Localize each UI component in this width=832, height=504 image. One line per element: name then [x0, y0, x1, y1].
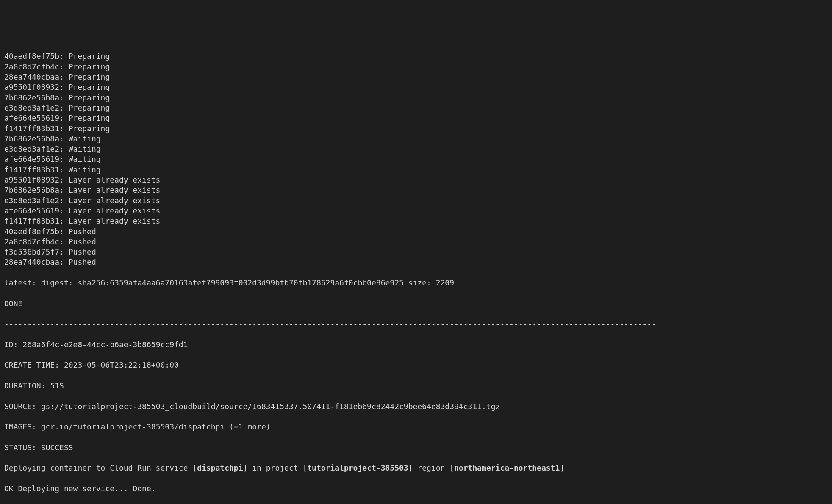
- layer-line: f1417ff83b31: Preparing: [4, 124, 828, 134]
- layer-line: 28ea7440cbaa: Pushed: [4, 257, 828, 267]
- layer-line: 40aedf8ef75b: Preparing: [4, 51, 828, 61]
- layer-line: a95501f08932: Layer already exists: [4, 175, 828, 185]
- build-images-line: IMAGES: gcr.io/tutorialproject-385503/di…: [4, 422, 828, 432]
- layer-line: a95501f08932: Preparing: [4, 82, 828, 92]
- layer-line: f3d536bd75f7: Pushed: [4, 247, 828, 257]
- layer-line: afe664e55619: Preparing: [4, 113, 828, 123]
- layer-line: f1417ff83b31: Layer already exists: [4, 216, 828, 226]
- layer-line: e3d8ed3af1e2: Waiting: [4, 144, 828, 154]
- layer-line: afe664e55619: Waiting: [4, 154, 828, 164]
- step-line-1: OK Deploying new service... Done.: [4, 484, 828, 494]
- layer-line: 28ea7440cbaa: Preparing: [4, 72, 828, 82]
- layer-line: 7b6862e56b8a: Layer already exists: [4, 185, 828, 195]
- build-create-time-line: CREATE_TIME: 2023-05-06T23:22:18+00:00: [4, 360, 828, 370]
- layer-line: 2a8c8d7cfb4c: Pushed: [4, 237, 828, 247]
- build-duration-line: DURATION: 51S: [4, 381, 828, 391]
- deploy-line: Deploying container to Cloud Run service…: [4, 463, 828, 473]
- layer-line: e3d8ed3af1e2: Layer already exists: [4, 196, 828, 206]
- build-status-line: STATUS: SUCCESS: [4, 443, 828, 453]
- layer-line: 7b6862e56b8a: Waiting: [4, 134, 828, 144]
- terminal-output[interactable]: 40aedf8ef75b: Preparing2a8c8d7cfb4c: Pre…: [0, 41, 832, 504]
- layer-line: 7b6862e56b8a: Preparing: [4, 93, 828, 103]
- separator-line: ----------------------------------------…: [4, 319, 828, 329]
- build-id-line: ID: 268a6f4c-e2e8-44cc-b6ae-3b8659cc9fd1: [4, 340, 828, 350]
- layer-line: afe664e55619: Layer already exists: [4, 206, 828, 216]
- layer-line: f1417ff83b31: Waiting: [4, 165, 828, 175]
- digest-line: latest: digest: sha256:6359afa4aa6a70163…: [4, 278, 828, 288]
- layer-lines: 40aedf8ef75b: Preparing2a8c8d7cfb4c: Pre…: [4, 51, 828, 267]
- done-line: DONE: [4, 299, 828, 309]
- build-source-line: SOURCE: gs://tutorialproject-385503_clou…: [4, 402, 828, 412]
- layer-line: 2a8c8d7cfb4c: Preparing: [4, 62, 828, 72]
- layer-line: e3d8ed3af1e2: Preparing: [4, 103, 828, 113]
- layer-line: 40aedf8ef75b: Pushed: [4, 227, 828, 237]
